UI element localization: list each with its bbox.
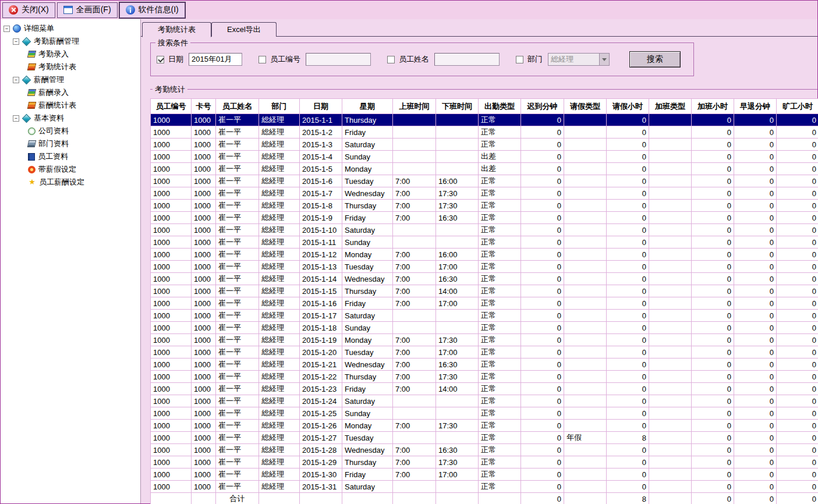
table-row[interactable]: 10001000崔一平総経理2015-1-19Monday7:0017:30正常…	[151, 334, 818, 346]
table-row[interactable]: 10001000崔一平総経理2015-1-3Saturday正常00000	[151, 139, 818, 151]
table-row[interactable]: 10001000崔一平総経理2015-1-30Friday7:0017:00正常…	[151, 468, 818, 481]
cell: 正常	[479, 456, 521, 468]
table-row[interactable]: 10001000崔一平総経理2015-1-17Saturday正常00000	[151, 310, 818, 322]
table-row[interactable]: 10001000崔一平総経理2015-1-21Wednesday7:0016:3…	[151, 359, 818, 371]
department-checkbox[interactable]	[516, 56, 523, 63]
collapse-toggle[interactable]	[3, 26, 10, 32]
table-row[interactable]: 10001000崔一平総経理2015-1-1Thursday正常00000	[151, 114, 818, 126]
table-row[interactable]: 10001000崔一平総経理2015-1-6Tuesday7:0016:00正常…	[151, 175, 818, 187]
sidebar-item-paid-leave-settings[interactable]: 带薪假设定	[1, 163, 140, 176]
table-row[interactable]: 10001000崔一平総経理2015-1-11Sunday正常00000	[151, 236, 818, 249]
cell: 1000	[151, 420, 192, 432]
cell: 0	[692, 456, 734, 468]
column-header[interactable]: 员工编号	[151, 99, 192, 114]
column-header[interactable]: 上班时间	[393, 99, 436, 114]
sidebar-group-salary-management[interactable]: 薪酬管理	[1, 73, 140, 86]
table-row[interactable]: 10001000崔一平総経理2015-1-2Friday正常00000	[151, 126, 818, 139]
table-row[interactable]: 10001000崔一平総経理2015-1-27Tuesday正常0年假8000	[151, 432, 818, 444]
date-input[interactable]	[189, 53, 242, 66]
sidebar-item-department-info[interactable]: 部门资料	[1, 137, 140, 150]
table-row[interactable]: 10001000崔一平総経理2015-1-12Monday7:0016:00正常…	[151, 249, 818, 261]
sidebar-item-employee-salary-settings[interactable]: ★员工薪酬设定	[1, 176, 140, 189]
cell: 1000	[151, 310, 192, 322]
column-header[interactable]: 出勤类型	[479, 99, 521, 114]
table-row[interactable]: 10001000崔一平総経理2015-1-15Thursday7:0014:00…	[151, 285, 818, 297]
column-header[interactable]: 旷工小时	[777, 99, 818, 114]
column-header[interactable]: 迟到分钟	[521, 99, 564, 114]
column-header[interactable]: 加班小时	[692, 99, 734, 114]
column-header[interactable]: 早退分钟	[734, 99, 777, 114]
table-row[interactable]: 10001000崔一平総経理2015-1-28Wednesday7:0016:3…	[151, 444, 818, 456]
cell: 1000	[151, 285, 192, 297]
table-row[interactable]: 10001000崔一平総経理2015-1-4Sunday出差00000	[151, 151, 818, 163]
department-dropdown[interactable]: 総経理	[548, 53, 610, 66]
sidebar-root-menu[interactable]: 详细菜单	[1, 22, 140, 35]
table-row[interactable]: 10001000崔一平総経理2015-1-23Friday7:0014:00正常…	[151, 383, 818, 395]
employee-id-input[interactable]	[306, 53, 371, 66]
table-row[interactable]: 10001000崔一平総経理2015-1-14Wednesday7:0016:3…	[151, 273, 818, 285]
cell: 17:00	[436, 346, 479, 359]
tab-attendance-statistics[interactable]: 考勤统计表	[142, 22, 211, 37]
table-row[interactable]: 10001000崔一平総経理2015-1-9Friday7:0016:30正常0…	[151, 212, 818, 224]
sidebar-item-attendance-entry[interactable]: 考勤录入	[1, 48, 140, 61]
table-row[interactable]: 10001000崔一平総経理2015-1-16Friday7:0017:00正常…	[151, 297, 818, 310]
column-header[interactable]: 卡号	[192, 99, 216, 114]
table-row[interactable]: 10001000崔一平総経理2015-1-7Wednesday7:0017:30…	[151, 187, 818, 200]
employee-name-checkbox[interactable]	[387, 56, 395, 63]
table-row[interactable]: 10001000崔一平総経理2015-1-18Sunday正常00000	[151, 322, 818, 334]
table-row[interactable]: 10001000崔一平総経理2015-1-25Sunday正常00000	[151, 407, 818, 420]
column-header[interactable]: 请假类型	[564, 99, 607, 114]
sidebar-item-attendance-statistics[interactable]: 考勤统计表	[1, 61, 140, 73]
cell: 1000	[192, 224, 216, 236]
table-row[interactable]: 10001000崔一平総経理2015-1-5Monday出差00000	[151, 163, 818, 175]
employee-name-input[interactable]	[434, 53, 500, 66]
cell: 0	[734, 261, 777, 273]
table-row[interactable]: 10001000崔一平総経理2015-1-29Thursday7:0017:30…	[151, 456, 818, 468]
chevron-down-icon[interactable]	[599, 54, 609, 65]
sidebar-item-employee-info[interactable]: 员工资料	[1, 150, 140, 163]
search-button[interactable]: 搜索	[629, 51, 681, 68]
cell: 0	[734, 407, 777, 420]
cell	[393, 310, 436, 322]
column-header[interactable]: 部门	[259, 99, 300, 114]
employee-id-checkbox[interactable]	[258, 56, 266, 63]
cell: 8	[607, 432, 649, 444]
fullscreen-button[interactable]: 全画面(F)	[57, 2, 118, 18]
table-row[interactable]: 10001000崔一平総経理2015-1-24Saturday正常00000	[151, 395, 818, 407]
cell: 17:30	[436, 200, 479, 212]
table-row[interactable]: 10001000崔一平総経理2015-1-20Tuesday7:0017:00正…	[151, 346, 818, 359]
table-row[interactable]: 10001000崔一平総経理2015-1-13Tuesday7:0017:00正…	[151, 261, 818, 273]
cell: 0	[734, 139, 777, 151]
cell: 2015-1-23	[300, 383, 342, 395]
sidebar-group-basic-data[interactable]: 基本资料	[1, 112, 140, 125]
cell: 0	[521, 346, 564, 359]
column-header[interactable]: 请假小时	[607, 99, 649, 114]
collapse-toggle[interactable]	[13, 38, 19, 45]
sidebar-item-salary-entry[interactable]: 薪酬录入	[1, 86, 140, 99]
collapse-toggle[interactable]	[13, 115, 19, 122]
column-header[interactable]: 员工姓名	[216, 99, 259, 114]
tab-excel-export[interactable]: Excel导出	[211, 22, 277, 37]
table-row[interactable]: 10001000崔一平総経理2015-1-22Thursday7:0017:30…	[151, 371, 818, 383]
column-header[interactable]: 星期	[342, 99, 393, 114]
column-header[interactable]: 加班类型	[649, 99, 692, 114]
table-row[interactable]: 10001000崔一平総経理2015-1-31Saturday正常00000	[151, 481, 818, 493]
date-checkbox[interactable]	[157, 56, 164, 63]
table-row[interactable]: 10001000崔一平総経理2015-1-26Monday7:0017:30正常…	[151, 420, 818, 432]
sidebar-group-attendance-salary-management[interactable]: 考勤薪酬管理	[1, 35, 140, 48]
sidebar-item-salary-statistics[interactable]: 薪酬统计表	[1, 99, 140, 112]
software-info-button[interactable]: 软件信息(I)	[119, 2, 185, 18]
sidebar-item-company-info[interactable]: 公司资料	[1, 125, 140, 137]
collapse-toggle[interactable]	[13, 77, 19, 83]
close-button[interactable]: 关闭(X)	[2, 2, 55, 18]
table-total-row[interactable]: 合计08000	[151, 493, 818, 504]
cell: 0	[777, 212, 818, 224]
cell: 1000	[192, 383, 216, 395]
table-row[interactable]: 10001000崔一平総経理2015-1-10Saturday正常00000	[151, 224, 818, 236]
column-header[interactable]: 下班时间	[436, 99, 479, 114]
column-header[interactable]: 日期	[300, 99, 342, 114]
cell: 0	[692, 420, 734, 432]
cell	[649, 493, 692, 504]
table-row[interactable]: 10001000崔一平総経理2015-1-8Thursday7:0017:30正…	[151, 200, 818, 212]
cell: 崔一平	[216, 407, 259, 420]
